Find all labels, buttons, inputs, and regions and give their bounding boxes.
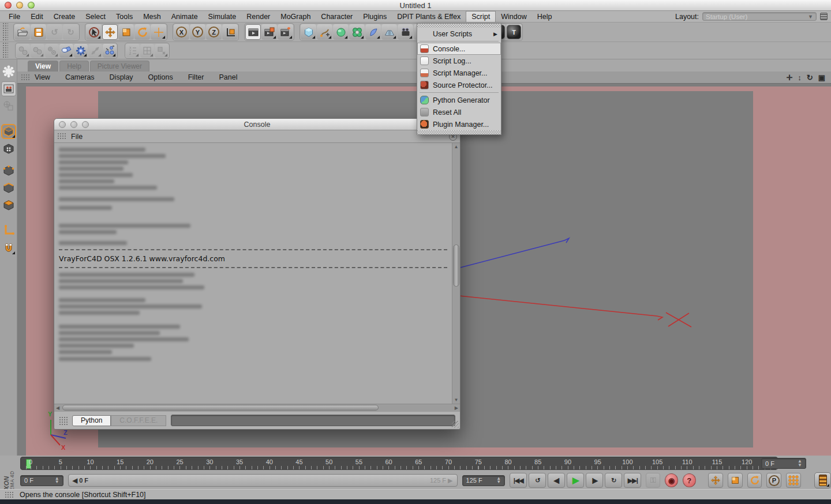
menubar-item-mesh[interactable]: Mesh	[138, 11, 166, 22]
gear-tool-button[interactable]	[74, 44, 88, 58]
dynamics-tool-button[interactable]	[103, 44, 117, 58]
skip-start-button[interactable]: |◀◀	[510, 473, 527, 488]
snap-rail-button[interactable]	[1, 240, 16, 255]
script-menu-item-source-protector[interactable]: Source Protector...	[417, 79, 501, 91]
menubar-item-mograph[interactable]: MoGraph	[275, 11, 316, 22]
model-mode-button[interactable]	[1, 124, 16, 139]
menubar-item-window[interactable]: Window	[496, 11, 531, 22]
add-cube-button[interactable]	[301, 24, 316, 40]
layout-grid-icon[interactable]	[820, 13, 828, 20]
texture-mode-button[interactable]	[1, 141, 16, 156]
timeline-end-frame-field[interactable]: 0 F ▲▼	[761, 458, 806, 469]
workplane-rail-button[interactable]	[1, 223, 16, 238]
axis-letters-button[interactable]: XYZ	[126, 44, 140, 58]
edges-mode-button[interactable]	[1, 180, 16, 195]
frame-range-slider[interactable]: ◀ 0 F 125 F ▶	[68, 474, 458, 487]
add-deformer-button[interactable]	[365, 24, 381, 40]
horizontal-scrollbar[interactable]: ◀ ▶	[54, 404, 460, 411]
play-button[interactable]: ▶	[567, 473, 584, 488]
script-menu-item-plugin-manager[interactable]: Plugin Manager...	[417, 118, 501, 130]
viewport-menu-grip[interactable]	[21, 74, 30, 81]
menubar-item-file[interactable]: File	[3, 11, 25, 22]
scroll-up-icon[interactable]: ▲	[452, 144, 460, 149]
redo-button[interactable]: ↻	[63, 24, 78, 40]
key-rotation-button[interactable]	[747, 473, 762, 488]
script-menu-item-user-scripts[interactable]: User Scripts▶	[417, 28, 501, 40]
script-menu-item-script-manager[interactable]: Script Manager...	[417, 67, 501, 79]
key-position-button[interactable]	[708, 473, 723, 488]
script-menu-item-python-generator[interactable]: Python Generator	[417, 94, 501, 106]
script-menu-item-script-log[interactable]: Script Log...	[417, 55, 501, 67]
polygons-mode-button[interactable]	[1, 198, 16, 213]
scrollbar-thumb[interactable]	[62, 405, 379, 411]
save-file-button[interactable]	[31, 24, 46, 40]
record-key-button[interactable]: ⚿	[646, 473, 660, 488]
viewport-menu-view[interactable]: View	[35, 73, 50, 81]
toolbar-grip[interactable]	[2, 42, 8, 59]
key-pla-button[interactable]	[786, 473, 801, 488]
brush-tool-button[interactable]	[59, 44, 73, 58]
console-log[interactable]: VrayForC4D OSX 1.2.6.1 www.vrayforc4d.co…	[54, 143, 452, 404]
loop-button[interactable]: ↻	[605, 473, 622, 488]
viewport-menu-cameras[interactable]: Cameras	[65, 73, 95, 81]
layout-select[interactable]: Startup (User) ▼	[702, 12, 817, 21]
undo-button[interactable]: ↺	[47, 24, 62, 40]
render-view-button[interactable]	[245, 24, 261, 40]
render-queue-button[interactable]	[814, 472, 831, 488]
tab-picture-viewer[interactable]: Picture Viewer	[90, 61, 149, 72]
keyframe-options-button[interactable]: ?	[683, 473, 696, 487]
menubar-item-select[interactable]: Select	[80, 11, 111, 22]
resize-handle[interactable]	[452, 421, 459, 428]
modeling-tool-1-button[interactable]	[16, 44, 30, 58]
console-command-input[interactable]	[171, 415, 455, 426]
render-settings-button[interactable]	[278, 24, 293, 40]
viewport-menu-options[interactable]: Options	[148, 73, 173, 81]
menubar-item-simulate[interactable]: Simulate	[203, 11, 242, 22]
modeling-tool-3-button[interactable]	[45, 44, 59, 58]
toolbar-grip[interactable]	[2, 22, 8, 42]
open-file-button[interactable]	[14, 24, 30, 40]
toggle-view-icon[interactable]: ▣	[818, 73, 825, 82]
timeline-ruler[interactable]: 0510152025303540455055606570758085909510…	[20, 457, 778, 470]
play-reverse-button[interactable]: ↺	[529, 473, 546, 488]
key-parameter-button[interactable]: P	[766, 473, 781, 488]
scroll-down-icon[interactable]: ▼	[452, 397, 460, 403]
add-subdivision-surface-button[interactable]	[333, 24, 349, 40]
globe-rail-button[interactable]	[1, 99, 16, 114]
scale-tool-button[interactable]	[118, 24, 134, 40]
menubar-item-tools[interactable]: Tools	[111, 11, 138, 22]
menubar-item-render[interactable]: Render	[241, 11, 275, 22]
material-dark-t-button[interactable]: T	[506, 24, 522, 40]
live-selection-button[interactable]	[86, 24, 102, 40]
zoom-view-icon[interactable]: ↕	[798, 73, 802, 82]
coordinate-system-button[interactable]	[222, 24, 238, 40]
menubar-item-plugins[interactable]: Plugins	[358, 11, 392, 22]
scrollbar-thumb[interactable]	[453, 245, 459, 286]
current-frame-field[interactable]: 0 F ▲▼	[20, 475, 63, 486]
rotate-view-icon[interactable]: ↻	[807, 73, 813, 82]
step-back-button[interactable]: ◀|	[548, 473, 565, 488]
tab-view[interactable]: View	[28, 61, 58, 72]
workplane-button[interactable]	[140, 44, 154, 58]
spinner-icon[interactable]: ▲▼	[798, 460, 802, 467]
script-menu-item-reset-all[interactable]: Reset All	[417, 106, 501, 118]
menubar-item-character[interactable]: Character	[316, 11, 358, 22]
end-frame-field[interactable]: 125 F ▲▼	[462, 475, 506, 486]
menubar-item-animate[interactable]: Animate	[166, 11, 203, 22]
skip-end-button[interactable]: ▶▶|	[624, 473, 641, 488]
move-tool-button[interactable]	[102, 24, 118, 40]
modeling-tool-2-button[interactable]	[31, 44, 44, 58]
menubar-item-help[interactable]: Help	[532, 11, 557, 22]
menubar-item-edit[interactable]: Edit	[25, 11, 48, 22]
vertical-scrollbar[interactable]: ▲ ▼	[452, 143, 460, 404]
viewport-menu-filter[interactable]: Filter	[188, 73, 204, 81]
camera-view-rail-button[interactable]	[1, 81, 16, 96]
console-menu-grip[interactable]	[57, 133, 66, 140]
viewport-menu-display[interactable]: Display	[110, 73, 133, 81]
scroll-left-icon[interactable]: ◀	[56, 404, 59, 411]
tab-python[interactable]: Python	[72, 415, 111, 426]
lock-y-axis-button[interactable]: Y	[190, 24, 205, 40]
menubar-item-script[interactable]: Script	[466, 11, 496, 22]
key-scale-button[interactable]	[728, 473, 743, 488]
viewport-menu-panel[interactable]: Panel	[219, 73, 237, 81]
